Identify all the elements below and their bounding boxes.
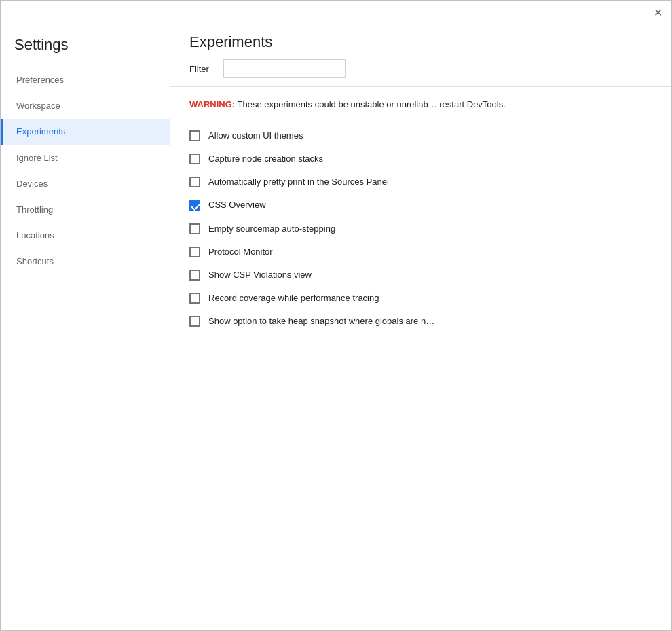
sidebar-title: Settings [1, 26, 170, 67]
label-coverage-tracing[interactable]: Record coverage while performance tracin… [208, 292, 379, 304]
warning-label: WARNING: [189, 99, 235, 109]
sidebar-item-ignore-list[interactable]: Ignore List [1, 145, 170, 171]
label-css-overview[interactable]: CSS Overview [208, 199, 266, 211]
sidebar-item-devices[interactable]: Devices [1, 171, 170, 197]
main-header: Experiments Filter [170, 20, 671, 87]
checkbox-pretty-print-sources[interactable] [189, 177, 200, 187]
main-content: Experiments Filter WARNING: These experi… [170, 20, 671, 630]
sidebar-item-preferences[interactable]: Preferences [1, 67, 170, 93]
experiment-item: Empty sourcemap auto-stepping [189, 217, 652, 240]
page-title: Experiments [189, 33, 652, 51]
warning-body: These experiments could be unstable or u… [238, 99, 506, 109]
experiments-scroll[interactable]: WARNING: These experiments could be unst… [170, 87, 671, 630]
experiment-item: Show CSP Violations view [189, 264, 652, 287]
experiment-item: Allow custom UI themes [189, 124, 652, 147]
label-node-creation-stacks[interactable]: Capture node creation stacks [208, 153, 323, 165]
experiment-item: Show option to take heap snapshot where … [189, 310, 652, 333]
sidebar-item-throttling[interactable]: Throttling [1, 197, 170, 223]
experiment-item: Protocol Monitor [189, 240, 652, 264]
checkbox-custom-ui-themes[interactable] [189, 130, 200, 141]
checkbox-protocol-monitor[interactable] [189, 247, 200, 257]
label-custom-ui-themes[interactable]: Allow custom UI themes [208, 130, 303, 142]
checkbox-heap-snapshot-globals[interactable] [189, 316, 200, 327]
sidebar-item-experiments[interactable]: Experiments [1, 119, 170, 145]
dialog-body: Settings PreferencesWorkspaceExperiments… [1, 20, 671, 630]
sidebar-item-locations[interactable]: Locations [1, 223, 170, 249]
checkbox-csp-violations[interactable] [189, 270, 200, 281]
label-protocol-monitor[interactable]: Protocol Monitor [208, 246, 273, 258]
label-csp-violations[interactable]: Show CSP Violations view [208, 269, 312, 281]
warning-text: WARNING: These experiments could be unst… [189, 98, 652, 112]
checkbox-coverage-tracing[interactable] [189, 293, 200, 304]
sidebar-item-shortcuts[interactable]: Shortcuts [1, 249, 170, 274]
checkbox-css-overview[interactable] [189, 200, 200, 211]
sidebar: Settings PreferencesWorkspaceExperiments… [1, 20, 170, 630]
checkbox-node-creation-stacks[interactable] [189, 154, 200, 164]
label-sourcemap-auto-stepping[interactable]: Empty sourcemap auto-stepping [208, 223, 335, 235]
checkbox-sourcemap-auto-stepping[interactable] [189, 223, 200, 234]
filter-input[interactable] [223, 59, 346, 78]
filter-label: Filter [189, 64, 217, 74]
experiment-item: CSS Overview [189, 194, 652, 217]
titlebar: ✕ [1, 1, 671, 20]
experiment-item: Capture node creation stacks [189, 147, 652, 170]
settings-dialog: ✕ Settings PreferencesWorkspaceExperimen… [0, 0, 672, 631]
label-pretty-print-sources[interactable]: Automatically pretty print in the Source… [208, 176, 389, 188]
experiment-item: Automatically pretty print in the Source… [189, 170, 652, 194]
label-heap-snapshot-globals[interactable]: Show option to take heap snapshot where … [208, 315, 434, 327]
close-button[interactable]: ✕ [651, 6, 665, 20]
experiment-item: Record coverage while performance tracin… [189, 287, 652, 310]
sidebar-item-workspace[interactable]: Workspace [1, 93, 170, 119]
filter-row: Filter [189, 59, 652, 78]
